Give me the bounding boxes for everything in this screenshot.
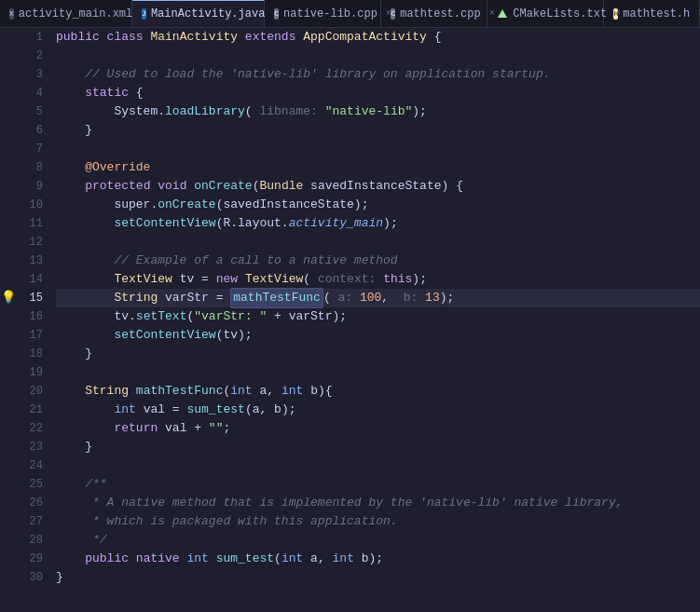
classname-mainactivity: MainActivity xyxy=(150,28,244,47)
plain-16b: ( xyxy=(186,307,194,326)
var-savedinstancestate: savedInstanceState xyxy=(310,177,441,196)
method-sumtest-29: sum_test xyxy=(216,550,274,568)
linenum-9: 9 xyxy=(15,177,43,196)
code-line-17: setContentView(tv); xyxy=(56,326,700,345)
type-int-29b: int xyxy=(333,550,362,568)
tab-icon-cpp2: C xyxy=(391,8,395,20)
marker-9 xyxy=(0,177,15,196)
method-super-oncreate: onCreate xyxy=(158,196,215,214)
kw-public: public xyxy=(56,28,107,47)
annotation-override: @Override xyxy=(56,158,150,177)
marker-4 xyxy=(0,84,15,102)
code-line-21: int val = sum_test(a, b); xyxy=(56,401,700,419)
code-line-14: TextView tv = new TextView( context: thi… xyxy=(56,270,700,289)
plain-15d: , xyxy=(381,289,403,307)
linenum-7: 7 xyxy=(15,140,43,158)
method-loadlibrary: loadLibrary xyxy=(165,102,245,121)
field-activitymain: activity_main xyxy=(289,214,383,233)
code-line-20: String mathTestFunc(int a, int b){ xyxy=(56,382,700,401)
code-line-28: */ xyxy=(56,531,700,550)
plain-9a xyxy=(56,177,85,196)
tab-mainactivity-java[interactable]: J MainActivity.java × xyxy=(132,0,265,27)
plain-21b: = xyxy=(172,401,187,419)
num-100: 100 xyxy=(360,289,381,307)
kw-public-29: public xyxy=(85,550,136,568)
plain-17b: (tv); xyxy=(216,326,253,345)
linenum-17: 17 xyxy=(15,326,43,345)
method-mathtestfunc-def: mathTestFunc xyxy=(136,382,224,401)
var-b-29: b xyxy=(362,550,369,568)
plain-6: } xyxy=(56,121,92,140)
plain-15a xyxy=(56,289,114,307)
tab-label-java: MainActivity.java xyxy=(151,7,265,20)
linenum-28: 28 xyxy=(15,531,43,550)
code-line-16: tv.setText("varStr: " + varStr); xyxy=(56,307,700,326)
type-int-29a: int xyxy=(281,550,310,568)
var-varstr: varStr xyxy=(165,289,216,307)
code-line-5: System.loadLibrary( libname: "native-lib… xyxy=(56,102,700,121)
plain-29d: ); xyxy=(369,550,384,568)
linenum-18: 18 xyxy=(15,345,43,363)
tab-icon-xml: X xyxy=(9,8,14,20)
markers-column: 💡 xyxy=(0,28,15,587)
plain-15c: ( xyxy=(323,289,338,307)
bulb-icon[interactable]: 💡 xyxy=(1,290,16,305)
tab-icon-cpp1: C xyxy=(274,8,279,20)
var-val: val xyxy=(144,401,172,419)
plain-17a xyxy=(56,326,114,345)
code-editor[interactable]: public class MainActivity extends AppCom… xyxy=(48,28,700,587)
plain-9c: ) { xyxy=(442,177,463,196)
var-a-29: a xyxy=(310,550,318,568)
code-line-30: } xyxy=(56,568,700,587)
code-line-4: static { xyxy=(56,84,700,102)
tab-mathtest-h[interactable]: H mathtest.h × xyxy=(604,0,700,27)
code-line-23: } xyxy=(56,438,700,456)
marker-15-bulb: 💡 xyxy=(0,289,15,307)
plain-21c: (a, b); xyxy=(245,401,296,419)
code-line-1: public class MainActivity extends AppCom… xyxy=(56,28,700,47)
plain-20d: ){ xyxy=(318,382,333,401)
brace-open-1: { xyxy=(434,28,442,47)
var-val-22: val xyxy=(165,419,194,438)
plain-5c: ); xyxy=(412,102,427,121)
method-settext: setText xyxy=(136,307,187,326)
tab-native-lib-cpp[interactable]: C native-lib.cpp × xyxy=(265,0,381,27)
plain-10: super. xyxy=(56,196,158,214)
tab-mathtest-cpp[interactable]: C mathtest.cpp × xyxy=(381,0,487,27)
code-line-25: /** xyxy=(56,475,700,494)
comment-26b: the xyxy=(391,494,419,512)
plain-5b: ( xyxy=(245,102,260,121)
svg-marker-0 xyxy=(498,9,507,18)
hint-context: context: xyxy=(318,270,383,289)
string-empty: "" xyxy=(209,419,224,438)
comment-26c: 'native-lib' native library, xyxy=(419,494,623,512)
tab-label-xml: activity_main.xml xyxy=(19,7,132,20)
class-textview2: TextView xyxy=(245,270,303,289)
linenum-25: 25 xyxy=(15,475,43,494)
plain-10b: (savedInstanceState); xyxy=(216,196,369,214)
plain-9b: ( xyxy=(253,177,260,196)
plain-29a xyxy=(56,550,85,568)
tab-activity-main-xml[interactable]: X activity_main.xml × xyxy=(0,0,132,27)
code-line-18: } xyxy=(56,345,700,363)
type-int-29: int xyxy=(186,550,215,568)
linenum-8: 8 xyxy=(15,158,43,177)
linenum-14: 14 xyxy=(15,270,43,289)
plain-11a xyxy=(56,214,114,233)
method-mathtestfunc-highlighted: mathTestFunc xyxy=(230,288,323,308)
plain-20b: ( xyxy=(223,382,230,401)
code-line-7 xyxy=(56,140,700,158)
linenum-5: 5 xyxy=(15,102,43,121)
comment-28: */ xyxy=(56,531,107,550)
marker-14 xyxy=(0,270,15,289)
string-varstr: "varStr: " xyxy=(194,307,267,326)
linenum-10: 10 xyxy=(15,196,43,214)
kw-return: return xyxy=(114,419,165,438)
tab-cmakelists-txt[interactable]: CMakeLists.txt × xyxy=(487,0,604,27)
class-bundle: Bundle xyxy=(259,177,310,196)
class-textview: TextView xyxy=(114,270,179,289)
linenum-16: 16 xyxy=(15,307,43,326)
linenum-20: 20 xyxy=(15,382,43,401)
kw-class: class xyxy=(107,28,151,47)
hint-libname: libname: xyxy=(259,102,324,121)
